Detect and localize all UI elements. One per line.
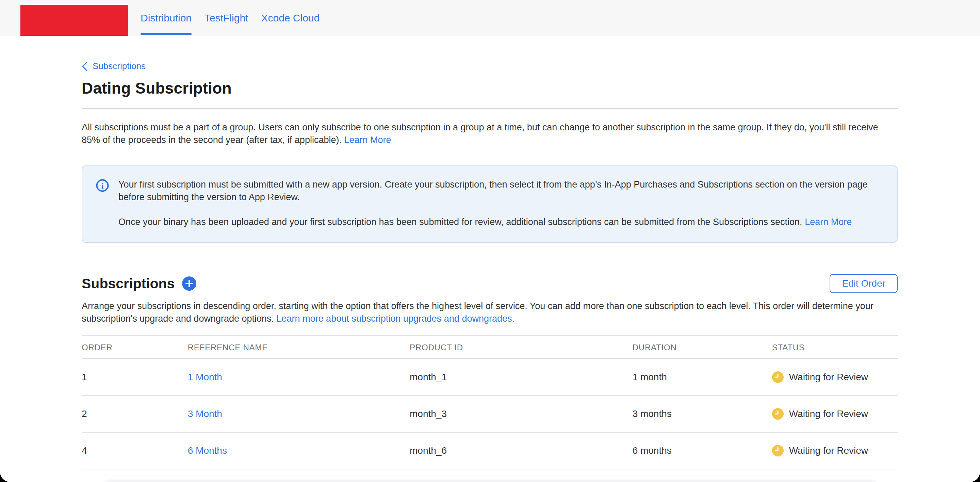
main-content: Subscriptions Dating Subscription All su… <box>82 61 898 482</box>
status-text: Waiting for Review <box>789 409 868 419</box>
reference-name-link[interactable]: 3 Month <box>188 409 222 419</box>
status-text: Waiting for Review <box>789 445 868 456</box>
title-divider <box>82 108 898 109</box>
subscriptions-section-header: Subscriptions Edit Order <box>82 274 898 293</box>
column-header-order: ORDER <box>82 336 188 359</box>
waiting-clock-icon <box>772 371 784 383</box>
cell-product-id: month_6 <box>410 432 633 469</box>
window-corner-left <box>0 472 10 482</box>
cell-order: 2 <box>82 396 188 432</box>
top-navbar: Distribution TestFlight Xcode Cloud <box>0 0 980 36</box>
app-logo-redacted <box>21 5 128 36</box>
cell-duration: 6 months <box>633 432 772 469</box>
cell-status: Waiting for Review <box>772 359 898 396</box>
status-badge: Waiting for Review <box>772 408 898 420</box>
intro-learn-more-link[interactable]: Learn More <box>344 135 391 145</box>
column-header-status: STATUS <box>772 336 898 359</box>
tab-testflight[interactable]: TestFlight <box>205 0 248 36</box>
add-subscription-button[interactable] <box>182 277 196 291</box>
svg-text:i: i <box>102 181 104 190</box>
intro-paragraph: All subscriptions must be a part of a gr… <box>82 121 895 146</box>
chevron-left-icon <box>82 61 88 72</box>
info-paragraph-2-text: Once your binary has been uploaded and y… <box>118 217 805 227</box>
status-badge: Waiting for Review <box>772 445 898 457</box>
info-paragraph-1: Your first subscription must be submitte… <box>118 178 879 204</box>
cell-status: Waiting for Review <box>772 432 898 469</box>
edit-order-button[interactable]: Edit Order <box>830 274 898 293</box>
primary-tabs: Distribution TestFlight Xcode Cloud <box>140 0 320 36</box>
reference-name-link[interactable]: 1 Month <box>188 372 222 382</box>
info-learn-more-link[interactable]: Learn More <box>805 217 852 227</box>
cell-order: 1 <box>82 359 188 396</box>
window-corner-right <box>970 472 980 482</box>
cell-status: Waiting for Review <box>772 396 898 432</box>
subscriptions-table: ORDER REFERENCE NAME PRODUCT ID DURATION… <box>82 335 898 469</box>
column-header-reference-name: REFERENCE NAME <box>188 336 410 359</box>
waiting-clock-icon <box>772 408 784 420</box>
subscriptions-learn-more-link[interactable]: Learn more about subscription upgrades a… <box>277 313 514 324</box>
table-row: 2 3 Month month_3 3 months Waiting for R… <box>82 396 898 432</box>
info-callout: i Your first subscription must be submit… <box>82 165 898 243</box>
intro-text: All subscriptions must be a part of a gr… <box>82 122 878 145</box>
subscriptions-title-wrap: Subscriptions <box>82 276 196 292</box>
subscriptions-heading: Subscriptions <box>82 276 175 292</box>
cell-reference-name: 6 Months <box>188 432 410 469</box>
cell-reference-name: 1 Month <box>188 359 410 396</box>
cell-order: 4 <box>82 432 188 469</box>
cell-duration: 1 month <box>633 359 772 396</box>
column-header-duration: DURATION <box>633 336 772 359</box>
breadcrumb-subscriptions-link[interactable]: Subscriptions <box>92 61 146 72</box>
table-row: 1 1 Month month_1 1 month Waiting for Re… <box>82 359 898 396</box>
cell-reference-name: 3 Month <box>188 396 410 432</box>
waiting-clock-icon <box>772 445 784 457</box>
table-row: 4 6 Months month_6 6 months Waiting for … <box>82 432 898 469</box>
cell-duration: 3 months <box>633 396 772 432</box>
status-text: Waiting for Review <box>789 372 868 383</box>
subscriptions-description: Arrange your subscriptions in descending… <box>82 300 895 325</box>
tab-xcode-cloud[interactable]: Xcode Cloud <box>261 0 320 36</box>
page-title: Dating Subscription <box>82 79 898 97</box>
status-badge: Waiting for Review <box>772 371 898 383</box>
cell-product-id: month_1 <box>410 359 633 396</box>
faded-next-section <box>100 480 880 482</box>
tab-distribution[interactable]: Distribution <box>140 0 192 36</box>
cell-product-id: month_3 <box>410 396 633 432</box>
table-header: ORDER REFERENCE NAME PRODUCT ID DURATION… <box>82 336 898 359</box>
column-header-product-id: PRODUCT ID <box>410 336 633 359</box>
breadcrumb: Subscriptions <box>82 61 898 72</box>
info-callout-text: Your first subscription must be submitte… <box>118 178 879 228</box>
info-icon: i <box>96 179 109 228</box>
info-paragraph-2: Once your binary has been uploaded and y… <box>118 216 879 228</box>
reference-name-link[interactable]: 6 Months <box>188 445 227 456</box>
